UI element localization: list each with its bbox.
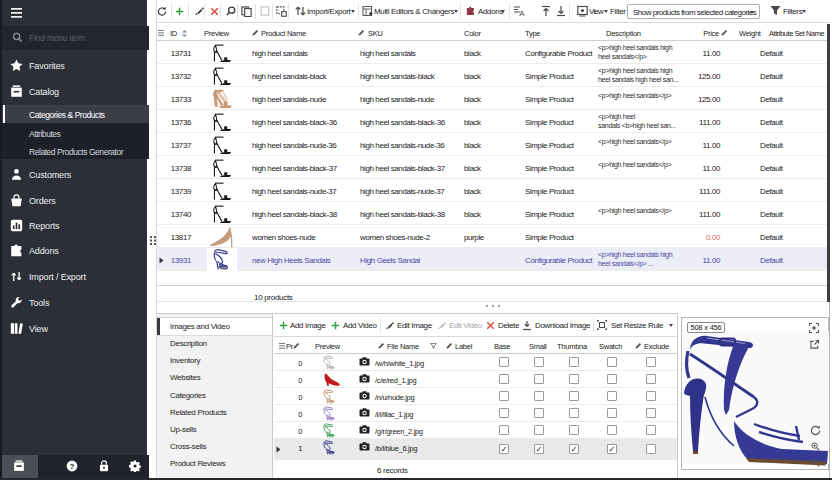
svg-text:?: ?: [70, 462, 75, 471]
svg-text:A: A: [519, 9, 525, 18]
